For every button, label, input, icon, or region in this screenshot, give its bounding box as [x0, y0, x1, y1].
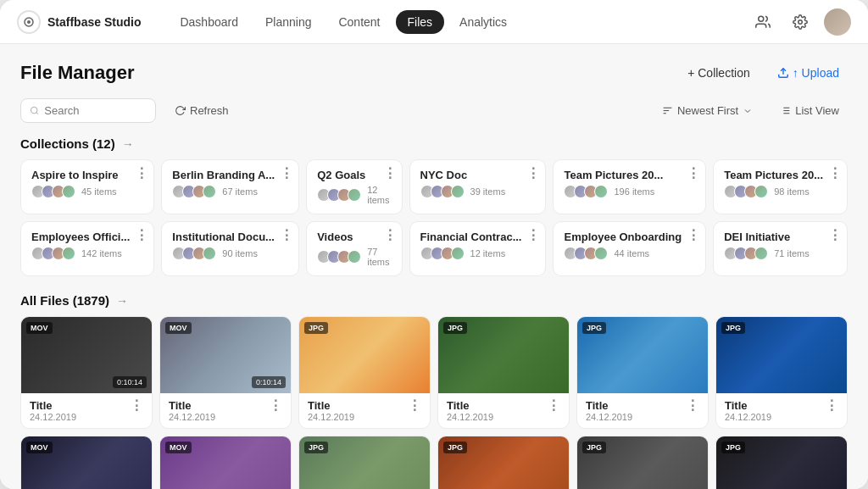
file-card[interactable]: JPG Title 24.12.2019 ⋮	[437, 316, 570, 429]
file-type-badge: MOV	[26, 322, 53, 334]
file-menu-button[interactable]: ⋮	[126, 399, 143, 413]
collection-card[interactable]: Employee Onboarding 44 items ⋮	[553, 221, 706, 276]
collection-card[interactable]: Aspire to Inspire 45 items ⋮	[20, 159, 154, 214]
refresh-label: Refresh	[190, 104, 229, 117]
upload-button[interactable]: ↑ Upload	[769, 61, 848, 85]
collection-name: Aspire to Inspire	[31, 169, 143, 181]
files-title: All Files (1879)	[20, 293, 109, 308]
collection-avatars	[420, 247, 461, 260]
nav-item-files[interactable]: Files	[396, 10, 445, 34]
collections-arrow[interactable]: →	[122, 137, 134, 151]
file-date: 24.12.2019	[725, 412, 821, 422]
collection-menu-button[interactable]: ⋮	[280, 229, 293, 242]
collection-card[interactable]: Financial Contrac... 12 items ⋮	[409, 221, 547, 276]
mini-avatar	[348, 188, 361, 202]
add-collection-button[interactable]: + Collection	[679, 61, 759, 85]
collection-count: 71 items	[774, 248, 810, 258]
collection-avatars	[724, 247, 765, 260]
file-thumbnail: JPG	[716, 317, 847, 393]
files-grid: MOV 0:10:14 Title 24.12.2019 ⋮ MOV 0:10:…	[20, 316, 848, 489]
collection-avatars	[317, 188, 358, 202]
file-card[interactable]: MOV 0:10:14 Title 24.12.2019 ⋮	[159, 316, 292, 429]
collection-card[interactable]: Institutional Docu... 90 items ⋮	[161, 221, 299, 276]
collection-card[interactable]: Team Pictures 20... 196 items ⋮	[553, 159, 706, 214]
collection-menu-button[interactable]: ⋮	[135, 229, 148, 242]
collection-name: Team Pictures 20...	[724, 169, 837, 181]
collection-avatars	[172, 247, 213, 260]
file-type-badge: JPG	[304, 442, 328, 453]
file-menu-button[interactable]: ⋮	[543, 399, 560, 413]
user-avatar[interactable]	[824, 8, 851, 36]
nav-item-planning[interactable]: Planning	[253, 10, 324, 34]
collection-menu-button[interactable]: ⋮	[526, 229, 540, 242]
logo-text: Staffbase Studio	[47, 15, 141, 29]
file-date: 24.12.2019	[447, 412, 543, 422]
file-card[interactable]: MOV 0:10:14 Title 24.12.2019 ⋮	[20, 436, 153, 489]
collection-card[interactable]: Employees Offici... 142 items ⋮	[20, 221, 154, 276]
collection-card[interactable]: Q2 Goals 12 items ⋮	[306, 159, 402, 214]
file-type-badge: JPG	[721, 322, 745, 334]
view-button[interactable]: List View	[771, 99, 848, 122]
users-icon[interactable]	[749, 8, 776, 36]
collection-card[interactable]: NYC Doc 39 items ⋮	[409, 159, 547, 214]
file-card[interactable]: JPG Title 24.12.2019 ⋮	[576, 436, 709, 489]
collection-meta: 71 items	[724, 247, 837, 260]
collection-menu-button[interactable]: ⋮	[687, 167, 700, 181]
file-type-badge: MOV	[165, 442, 192, 453]
file-card[interactable]: JPG Title 24.12.2019 ⋮	[437, 436, 570, 489]
file-menu-button[interactable]: ⋮	[265, 399, 282, 413]
collection-menu-button[interactable]: ⋮	[828, 229, 842, 242]
nav-item-content[interactable]: Content	[326, 10, 392, 34]
page-actions: + Collection ↑ Upload	[679, 61, 848, 85]
collection-card[interactable]: DEI Initiative 71 items ⋮	[713, 221, 848, 276]
file-menu-button[interactable]: ⋮	[821, 399, 838, 413]
file-type-badge: MOV	[165, 322, 192, 334]
collection-card[interactable]: Berlin Branding A... 67 items ⋮	[161, 159, 299, 214]
logo[interactable]: Staffbase Studio	[17, 10, 141, 34]
collection-menu-button[interactable]: ⋮	[383, 167, 397, 181]
file-info: Title 24.12.2019 ⋮	[716, 393, 847, 428]
collection-meta: 90 items	[172, 247, 288, 260]
file-card[interactable]: JPG Title 24.12.2019 ⋮	[715, 316, 848, 429]
file-card[interactable]: JPG Title 24.12.2019 ⋮	[298, 436, 431, 489]
mini-avatar	[62, 185, 75, 198]
settings-icon[interactable]	[787, 8, 814, 36]
sort-button[interactable]: Newest First	[654, 99, 761, 122]
file-text: Title 24.12.2019	[725, 399, 821, 422]
collection-count: 90 items	[222, 248, 258, 258]
search-box[interactable]	[20, 98, 156, 123]
collection-count: 67 items	[222, 186, 258, 197]
collection-menu-button[interactable]: ⋮	[526, 167, 540, 181]
file-info: Title 24.12.2019 ⋮	[299, 393, 430, 428]
collection-menu-button[interactable]: ⋮	[383, 229, 397, 242]
file-date: 24.12.2019	[169, 412, 265, 422]
file-type-badge: JPG	[304, 322, 328, 334]
collection-menu-button[interactable]: ⋮	[135, 167, 148, 181]
collection-menu-button[interactable]: ⋮	[687, 229, 700, 242]
svg-point-3	[798, 19, 803, 24]
file-card[interactable]: JPG Title 24.12.2019 ⋮	[715, 436, 848, 489]
collection-avatars	[317, 250, 358, 264]
file-thumbnail: JPG	[299, 317, 430, 393]
file-card[interactable]: JPG Title 24.12.2019 ⋮	[298, 316, 431, 429]
file-menu-button[interactable]: ⋮	[682, 399, 699, 413]
file-card[interactable]: MOV 0:10:14 Title 24.12.2019 ⋮	[159, 436, 292, 489]
collection-card[interactable]: Videos 77 items ⋮	[306, 221, 402, 276]
nav-item-dashboard[interactable]: Dashboard	[168, 10, 250, 34]
file-duration: 0:10:14	[113, 376, 147, 388]
collection-avatars	[31, 247, 72, 260]
collection-card[interactable]: Team Pictures 20... 98 items ⋮	[713, 159, 848, 214]
nav-item-analytics[interactable]: Analytics	[448, 10, 519, 34]
file-thumbnail: JPG	[438, 317, 569, 393]
files-arrow[interactable]: →	[116, 294, 128, 308]
file-card[interactable]: JPG Title 24.12.2019 ⋮	[576, 316, 709, 429]
collection-name: Berlin Branding A...	[172, 169, 288, 181]
search-input[interactable]	[44, 104, 147, 117]
page-title: File Manager	[20, 62, 134, 84]
mini-avatar	[754, 185, 768, 198]
file-card[interactable]: MOV 0:10:14 Title 24.12.2019 ⋮	[20, 316, 153, 429]
file-menu-button[interactable]: ⋮	[404, 399, 421, 413]
collection-menu-button[interactable]: ⋮	[828, 167, 842, 181]
refresh-button[interactable]: Refresh	[166, 99, 237, 122]
collection-menu-button[interactable]: ⋮	[280, 167, 293, 181]
